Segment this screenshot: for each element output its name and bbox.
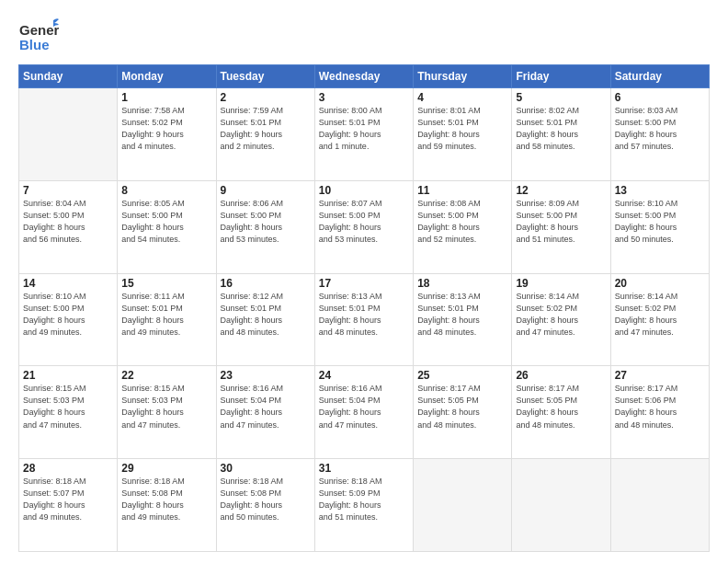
calendar-cell: 26Sunrise: 8:17 AMSunset: 5:05 PMDayligh… (512, 366, 610, 459)
day-info: Sunrise: 8:13 AMSunset: 5:01 PMDaylight:… (319, 291, 409, 339)
calendar-cell: 29Sunrise: 8:18 AMSunset: 5:08 PMDayligh… (118, 459, 216, 552)
calendar-cell: 28Sunrise: 8:18 AMSunset: 5:07 PMDayligh… (19, 459, 118, 552)
calendar-cell: 5Sunrise: 8:02 AMSunset: 5:01 PMDaylight… (512, 88, 610, 181)
day-info: Sunrise: 8:18 AMSunset: 5:08 PMDaylight:… (221, 476, 311, 523)
calendar-cell: 16Sunrise: 8:12 AMSunset: 5:01 PMDayligh… (216, 273, 314, 366)
calendar-cell: 1Sunrise: 7:58 AMSunset: 5:02 PMDaylight… (118, 88, 216, 181)
day-info: Sunrise: 8:12 AMSunset: 5:01 PMDaylight:… (221, 291, 311, 339)
day-info: Sunrise: 8:08 AMSunset: 5:00 PMDaylight:… (417, 198, 507, 246)
day-number: 26 (516, 369, 606, 382)
calendar-week-row: 1Sunrise: 7:58 AMSunset: 5:02 PMDaylight… (19, 88, 710, 181)
day-info: Sunrise: 7:58 AMSunset: 5:02 PMDaylight:… (121, 105, 211, 153)
calendar-cell (512, 459, 610, 552)
day-info: Sunrise: 8:17 AMSunset: 5:05 PMDaylight:… (516, 383, 606, 431)
day-number: 24 (319, 369, 409, 382)
day-info: Sunrise: 8:15 AMSunset: 5:03 PMDaylight:… (121, 383, 211, 431)
calendar-cell: 18Sunrise: 8:13 AMSunset: 5:01 PMDayligh… (414, 273, 512, 366)
calendar-week-row: 7Sunrise: 8:04 AMSunset: 5:00 PMDaylight… (19, 180, 710, 273)
day-number: 29 (121, 462, 211, 475)
calendar-cell (19, 88, 118, 181)
day-info: Sunrise: 8:10 AMSunset: 5:00 PMDaylight:… (23, 291, 113, 339)
day-number: 23 (221, 369, 311, 382)
day-number: 1 (121, 91, 211, 104)
day-info: Sunrise: 8:01 AMSunset: 5:01 PMDaylight:… (417, 105, 507, 153)
calendar-cell: 9Sunrise: 8:06 AMSunset: 5:00 PMDaylight… (216, 180, 314, 273)
calendar-cell: 27Sunrise: 8:17 AMSunset: 5:06 PMDayligh… (610, 366, 709, 459)
calendar-cell: 24Sunrise: 8:16 AMSunset: 5:04 PMDayligh… (314, 366, 413, 459)
day-info: Sunrise: 8:04 AMSunset: 5:00 PMDaylight:… (23, 198, 113, 246)
logo-wrapper: General Blue (18, 17, 59, 57)
day-number: 28 (23, 462, 113, 475)
calendar-col-header: Friday (512, 65, 610, 88)
day-number: 30 (221, 462, 311, 475)
calendar-cell (414, 459, 512, 552)
day-number: 6 (615, 91, 705, 104)
calendar-cell: 7Sunrise: 8:04 AMSunset: 5:00 PMDaylight… (19, 180, 118, 273)
day-info: Sunrise: 8:09 AMSunset: 5:00 PMDaylight:… (516, 198, 606, 246)
day-number: 8 (121, 184, 211, 197)
day-number: 18 (417, 277, 507, 290)
calendar-table: SundayMondayTuesdayWednesdayThursdayFrid… (18, 64, 710, 552)
page: General Blue SundayMondayTuesdayWednesda… (0, 0, 728, 563)
day-info: Sunrise: 8:11 AMSunset: 5:01 PMDaylight:… (121, 291, 211, 339)
calendar-cell: 12Sunrise: 8:09 AMSunset: 5:00 PMDayligh… (512, 180, 610, 273)
calendar-header-row: SundayMondayTuesdayWednesdayThursdayFrid… (19, 65, 710, 88)
day-info: Sunrise: 8:00 AMSunset: 5:01 PMDaylight:… (319, 105, 409, 153)
day-info: Sunrise: 8:10 AMSunset: 5:00 PMDaylight:… (615, 198, 705, 246)
day-info: Sunrise: 8:16 AMSunset: 5:04 PMDaylight:… (221, 383, 311, 431)
calendar-week-row: 21Sunrise: 8:15 AMSunset: 5:03 PMDayligh… (19, 366, 710, 459)
day-number: 13 (615, 184, 705, 197)
day-info: Sunrise: 8:17 AMSunset: 5:05 PMDaylight:… (417, 383, 507, 431)
day-number: 3 (319, 91, 409, 104)
calendar-cell: 13Sunrise: 8:10 AMSunset: 5:00 PMDayligh… (610, 180, 709, 273)
day-info: Sunrise: 8:16 AMSunset: 5:04 PMDaylight:… (319, 383, 409, 431)
calendar-cell: 31Sunrise: 8:18 AMSunset: 5:09 PMDayligh… (314, 459, 413, 552)
logo-icon: General Blue (18, 17, 59, 57)
calendar-cell: 6Sunrise: 8:03 AMSunset: 5:00 PMDaylight… (610, 88, 709, 181)
day-number: 5 (516, 91, 606, 104)
day-info: Sunrise: 8:18 AMSunset: 5:09 PMDaylight:… (319, 476, 409, 523)
calendar-cell: 3Sunrise: 8:00 AMSunset: 5:01 PMDaylight… (314, 88, 413, 181)
day-info: Sunrise: 8:06 AMSunset: 5:00 PMDaylight:… (221, 198, 311, 246)
calendar-cell: 15Sunrise: 8:11 AMSunset: 5:01 PMDayligh… (118, 273, 216, 366)
day-info: Sunrise: 7:59 AMSunset: 5:01 PMDaylight:… (221, 105, 311, 153)
day-number: 2 (221, 91, 311, 104)
calendar-cell (610, 459, 709, 552)
day-info: Sunrise: 8:07 AMSunset: 5:00 PMDaylight:… (319, 198, 409, 246)
svg-text:Blue: Blue (19, 37, 50, 52)
day-number: 12 (516, 184, 606, 197)
calendar-cell: 23Sunrise: 8:16 AMSunset: 5:04 PMDayligh… (216, 366, 314, 459)
day-number: 21 (23, 369, 113, 382)
day-number: 16 (221, 277, 311, 290)
calendar-cell: 17Sunrise: 8:13 AMSunset: 5:01 PMDayligh… (314, 273, 413, 366)
calendar-cell: 2Sunrise: 7:59 AMSunset: 5:01 PMDaylight… (216, 88, 314, 181)
day-number: 19 (516, 277, 606, 290)
calendar-cell: 25Sunrise: 8:17 AMSunset: 5:05 PMDayligh… (414, 366, 512, 459)
calendar-col-header: Thursday (414, 65, 512, 88)
calendar-cell: 11Sunrise: 8:08 AMSunset: 5:00 PMDayligh… (414, 180, 512, 273)
day-info: Sunrise: 8:17 AMSunset: 5:06 PMDaylight:… (615, 383, 705, 431)
calendar-col-header: Wednesday (314, 65, 413, 88)
day-number: 7 (23, 184, 113, 197)
day-number: 10 (319, 184, 409, 197)
calendar-cell: 19Sunrise: 8:14 AMSunset: 5:02 PMDayligh… (512, 273, 610, 366)
calendar-col-header: Monday (118, 65, 216, 88)
calendar-cell: 4Sunrise: 8:01 AMSunset: 5:01 PMDaylight… (414, 88, 512, 181)
day-info: Sunrise: 8:03 AMSunset: 5:00 PMDaylight:… (615, 105, 705, 153)
calendar-col-header: Tuesday (216, 65, 314, 88)
calendar-week-row: 14Sunrise: 8:10 AMSunset: 5:00 PMDayligh… (19, 273, 710, 366)
calendar-col-header: Sunday (19, 65, 118, 88)
day-number: 31 (319, 462, 409, 475)
day-info: Sunrise: 8:14 AMSunset: 5:02 PMDaylight:… (516, 291, 606, 339)
day-info: Sunrise: 8:15 AMSunset: 5:03 PMDaylight:… (23, 383, 113, 431)
day-number: 20 (615, 277, 705, 290)
day-info: Sunrise: 8:14 AMSunset: 5:02 PMDaylight:… (615, 291, 705, 339)
day-info: Sunrise: 8:05 AMSunset: 5:00 PMDaylight:… (121, 198, 211, 246)
day-number: 11 (417, 184, 507, 197)
header: General Blue (18, 17, 710, 57)
day-number: 25 (417, 369, 507, 382)
day-number: 14 (23, 277, 113, 290)
logo: General Blue (18, 17, 59, 57)
calendar-cell: 30Sunrise: 8:18 AMSunset: 5:08 PMDayligh… (216, 459, 314, 552)
day-info: Sunrise: 8:18 AMSunset: 5:08 PMDaylight:… (121, 476, 211, 523)
